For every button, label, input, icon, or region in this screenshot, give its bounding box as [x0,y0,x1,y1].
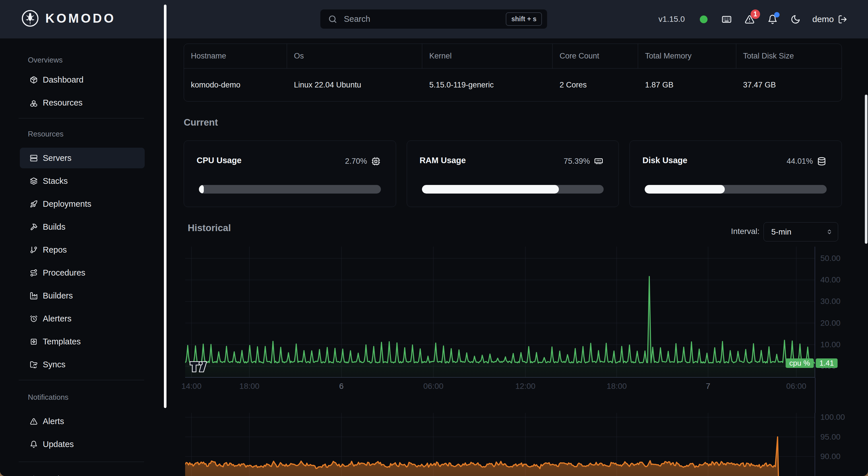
cpu-progress-bar [199,185,381,194]
ram-usage-value: 75.39% [564,157,590,166]
cpu-history-chart[interactable] [185,247,815,378]
app-window: KOMODO shift + s v1.15.0 1 [0,0,868,476]
card-title: Disk Usage [642,156,687,165]
cpu-last-value-badge: 1.41 [816,359,838,368]
time-axis-label: 06:00 [779,382,813,391]
logout-icon [838,14,847,24]
col-total-memory: Total Memory [638,44,736,69]
sidebar-item-stacks[interactable]: Stacks [20,171,145,191]
search-input[interactable] [344,14,506,24]
sidebar-divider [19,462,144,462]
col-os: Os [287,44,422,69]
cpu-y-tick-label: 30.00 [820,297,858,306]
search-bar[interactable]: shift + s [320,9,547,29]
bell-icon [30,440,38,448]
sidebar-section-notifications: Notifications [28,393,174,402]
current-usage-cards: CPU Usage 2.70% RAM Usage 75.39% Disk Us… [184,140,842,207]
keyboard-shortcuts-button[interactable] [720,13,733,26]
cpu-y-tick-label: 10.00 [820,340,858,349]
version-label: v1.15.0 [658,14,685,24]
database-icon [817,157,826,166]
time-axis-label: 7 [691,382,725,391]
server-icon [30,154,38,162]
alert-count-badge: 1 [751,9,760,19]
memory-y-tick-label: 90.00 [820,452,858,461]
cell-os: Linux 22.04 Ubuntu [287,69,422,101]
layers-icon [30,177,38,185]
ram-progress-fill [422,185,559,194]
sidebar-item-label: Alerts [43,417,64,426]
time-axis-label: 06:00 [416,382,451,391]
disk-usage-card: Disk Usage 44.01% [629,140,842,207]
boxes-icon [30,99,38,107]
sidebar-item-label: Builders [43,291,73,301]
topbar: KOMODO shift + s v1.15.0 1 [0,0,868,38]
sidebar-item-label: Deployments [43,199,91,209]
sidebar-scrollbar[interactable] [164,5,166,408]
cpu-usage-value: 2.70% [345,157,367,166]
sidebar-divider [19,118,144,118]
ram-usage-card: RAM Usage 75.39% [407,140,619,207]
memory-y-tick-label: 100.00 [820,413,858,422]
current-heading: Current [184,117,842,127]
cpu-progress-fill [199,185,204,194]
col-hostname: Hostname [184,44,287,69]
core-status-indicator[interactable] [698,13,710,26]
sidebar-item-builders[interactable]: Builders [20,285,145,306]
page-scrollbar[interactable] [865,95,867,244]
username-label: demo [812,14,834,24]
status-dot-icon [700,15,708,23]
alert-triangle-icon [30,417,38,425]
sidebar-item-alerters[interactable]: Alerters [20,308,145,329]
sidebar-item-settings[interactable]: Settings [20,469,145,476]
sidebar-item-dashboard[interactable]: Dashboard [20,69,145,90]
main-content: Hostname Os Kernel Core Count Total Memo… [184,38,842,241]
sidebar-item-alerts[interactable]: Alerts [20,411,145,432]
theme-toggle-button[interactable] [789,13,802,26]
col-total-disk: Total Disk Size [736,44,842,69]
cpu-series-label-badge: cpu % [786,359,814,368]
time-axis-label: 12:00 [508,382,542,391]
template-icon [30,338,38,345]
chevrons-up-down-icon [826,228,833,236]
sidebar-section-resources: Resources [28,130,174,138]
cpu-y-tick-label: 50.00 [820,254,858,263]
sidebar-item-builds[interactable]: Builds [20,216,145,237]
sidebar-item-repos[interactable]: Repos [20,239,145,260]
server-table-header: Hostname Os Kernel Core Count Total Memo… [184,44,842,69]
factory-icon [30,292,38,300]
card-title: RAM Usage [420,156,466,165]
sidebar-item-label: Resources [43,98,83,107]
sidebar-item-deployments[interactable]: Deployments [20,194,145,214]
time-axis-label: 6 [324,382,359,391]
chart-axis-line [815,378,815,413]
sidebar-item-updates[interactable]: Updates [20,434,145,454]
sidebar-item-label: Procedures [43,268,85,278]
sidebar-item-servers[interactable]: Servers [20,148,145,168]
alerts-button[interactable]: 1 [743,13,756,26]
notification-dot-icon [774,12,780,18]
sidebar-item-label: Templates [43,337,81,346]
sidebar-item-templates[interactable]: Templates [20,331,145,352]
brand-logo[interactable]: KOMODO [21,9,116,27]
memory-y-tick-label: 95.00 [820,433,858,442]
server-table: Hostname Os Kernel Core Count Total Memo… [184,43,842,102]
ram-progress-bar [422,185,604,194]
sidebar-item-label: Syncs [43,360,65,369]
sidebar-item-resources-overview[interactable]: Resources [20,92,145,113]
sidebar-item-syncs[interactable]: Syncs [20,354,145,375]
rocket-icon [30,200,38,208]
user-menu[interactable]: demo [812,14,847,24]
col-kernel: Kernel [422,44,553,69]
sidebar-item-label: Repos [43,245,67,254]
interval-select[interactable]: 5-min [764,222,838,241]
sidebar-item-label: Servers [43,154,71,163]
cell-total-disk: 37.47 GB [736,69,842,101]
notifications-button[interactable] [766,13,779,26]
sidebar-item-procedures[interactable]: Procedures [20,262,145,283]
historical-heading: Historical [188,222,231,232]
table-row[interactable]: komodo-demo Linux 22.04 Ubuntu 5.15.0-11… [184,69,842,101]
route-icon [30,269,38,277]
memory-history-chart[interactable] [185,413,815,476]
sidebar-item-label: Alerters [43,314,71,324]
